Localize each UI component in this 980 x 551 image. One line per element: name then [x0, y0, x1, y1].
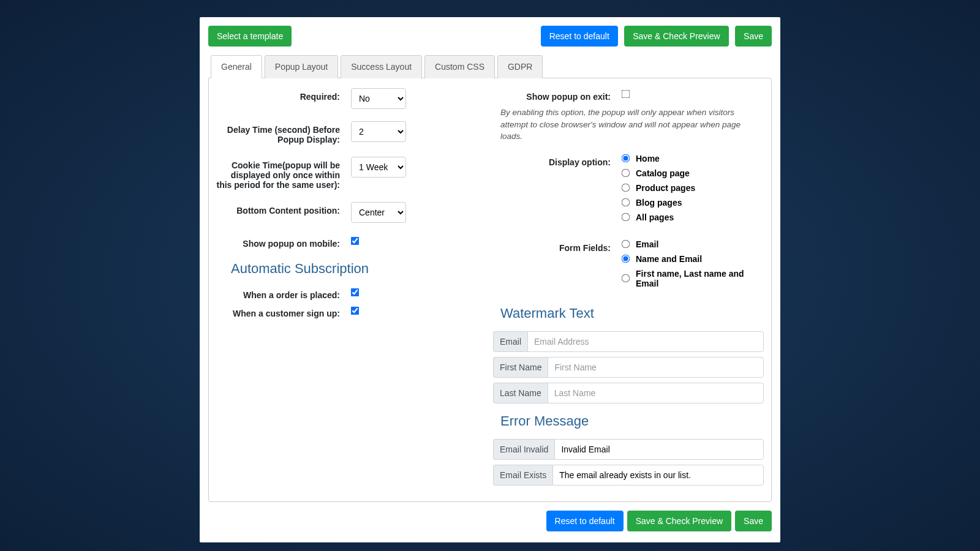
tab-gdpr[interactable]: GDPR	[497, 55, 543, 78]
form-fields-fln-email[interactable]: First name, Last name and Email	[622, 269, 764, 288]
exit-label: Show popup on exit:	[493, 88, 622, 102]
watermark-email-addon: Email	[493, 331, 527, 352]
save-button-bottom[interactable]: Save	[735, 511, 772, 531]
row-mobile: Show popup on mobile:	[216, 235, 487, 249]
display-option-home[interactable]: Home	[622, 154, 764, 163]
delay-label: Delay Time (second) Before Popup Display…	[216, 121, 351, 144]
error-exists-addon: Email Exists	[493, 465, 552, 485]
row-bottom-position: Bottom Content position: Center	[216, 202, 487, 223]
tab-body: Required: No Delay Time (second) Before …	[208, 78, 772, 502]
display-option-catalog[interactable]: Catalog page	[622, 168, 764, 178]
form-fields-name-email[interactable]: Name and Email	[622, 254, 764, 264]
watermark-firstname-group: First Name	[493, 357, 764, 378]
form-fields-email[interactable]: Email	[622, 239, 764, 249]
watermark-firstname-input[interactable]	[548, 357, 764, 378]
display-option-label: Display option:	[493, 154, 622, 167]
bottom-position-label: Bottom Content position:	[216, 202, 351, 216]
error-exists-group: Email Exists	[493, 465, 764, 485]
bottombar: Reset to default Save & Check Preview Sa…	[208, 511, 772, 531]
display-option-blog[interactable]: Blog pages	[622, 198, 764, 208]
row-delay: Delay Time (second) Before Popup Display…	[216, 121, 487, 144]
row-order-placed: When a order is placed:	[216, 287, 487, 300]
row-exit: Show popup on exit:	[493, 88, 764, 102]
save-preview-button-top[interactable]: Save & Check Preview	[624, 26, 728, 47]
form-fields-label: Form Fields:	[493, 239, 622, 253]
cookie-select[interactable]: 1 Week	[351, 157, 406, 178]
row-signup: When a customer sign up:	[216, 305, 487, 318]
order-placed-label: When a order is placed:	[216, 287, 351, 300]
row-cookie: Cookie Time(popup will be displayed only…	[216, 157, 487, 190]
form-fields-group: Email Name and Email First name, Last na…	[622, 239, 764, 293]
tab-general[interactable]: General	[211, 55, 262, 78]
row-form-fields: Form Fields: Email Name and Email First …	[493, 239, 764, 293]
delay-select[interactable]: 2	[351, 121, 406, 142]
select-template-button[interactable]: Select a template	[208, 26, 292, 47]
required-select[interactable]: No	[351, 88, 406, 109]
required-label: Required:	[216, 88, 351, 102]
watermark-lastname-input[interactable]	[548, 383, 764, 403]
mobile-label: Show popup on mobile:	[216, 235, 351, 249]
error-exists-input[interactable]	[552, 465, 764, 485]
reset-button-top[interactable]: Reset to default	[541, 26, 618, 47]
save-preview-button-bottom[interactable]: Save & Check Preview	[627, 511, 731, 531]
watermark-email-input[interactable]	[527, 331, 764, 352]
topbar: Select a template Reset to default Save …	[208, 26, 772, 47]
cookie-label: Cookie Time(popup will be displayed only…	[216, 157, 351, 190]
error-invalid-group: Email Invalid	[493, 439, 764, 460]
watermark-firstname-addon: First Name	[493, 357, 548, 378]
left-column: Required: No Delay Time (second) Before …	[216, 88, 487, 490]
reset-button-bottom[interactable]: Reset to default	[546, 511, 624, 531]
row-required: Required: No	[216, 88, 487, 109]
error-heading: Error Message	[500, 413, 764, 429]
watermark-lastname-addon: Last Name	[493, 383, 548, 403]
settings-panel: Select a template Reset to default Save …	[200, 17, 780, 542]
display-option-group: Home Catalog page Product pages Blog pag…	[622, 154, 764, 227]
watermark-heading: Watermark Text	[500, 305, 764, 321]
tab-success-layout[interactable]: Success Layout	[341, 55, 422, 78]
exit-checkbox[interactable]	[622, 90, 630, 99]
tabs: General Popup Layout Success Layout Cust…	[208, 55, 772, 78]
auto-subscription-heading: Automatic Subscription	[231, 261, 487, 277]
tab-custom-css[interactable]: Custom CSS	[424, 55, 495, 78]
tab-popup-layout[interactable]: Popup Layout	[265, 55, 338, 78]
save-button-top[interactable]: Save	[735, 26, 772, 47]
display-option-product[interactable]: Product pages	[622, 183, 764, 193]
order-placed-checkbox[interactable]	[351, 288, 360, 297]
error-invalid-addon: Email Invalid	[493, 439, 554, 460]
watermark-email-group: Email	[493, 331, 764, 352]
display-option-all[interactable]: All pages	[622, 212, 764, 222]
exit-help-text: By enabling this option, the popup will …	[493, 107, 764, 143]
watermark-lastname-group: Last Name	[493, 383, 764, 403]
bottom-position-select[interactable]: Center	[351, 202, 406, 223]
signup-label: When a customer sign up:	[216, 305, 351, 318]
right-column: Show popup on exit: By enabling this opt…	[493, 88, 764, 490]
signup-checkbox[interactable]	[351, 307, 360, 315]
row-display-option: Display option: Home Catalog page Produc…	[493, 154, 764, 227]
mobile-checkbox[interactable]	[351, 237, 360, 246]
error-invalid-input[interactable]	[554, 439, 764, 460]
